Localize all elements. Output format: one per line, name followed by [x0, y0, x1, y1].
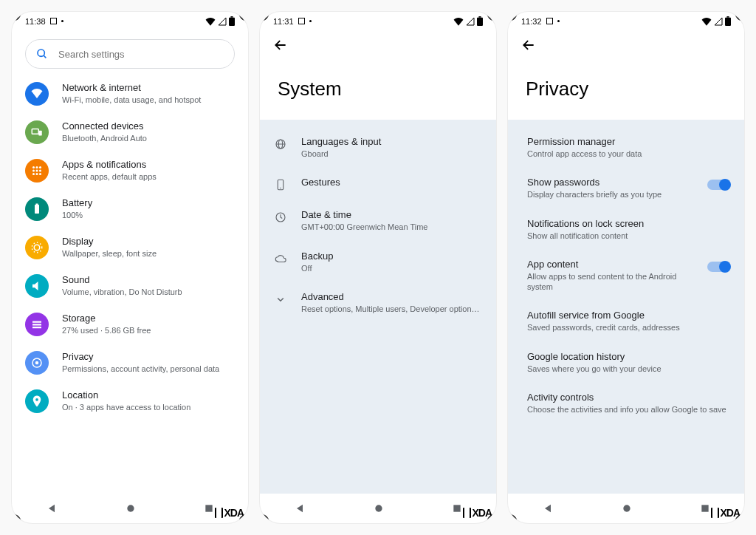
svg-point-7 [36, 166, 38, 168]
row-subtitle: Volume, vibration, Do Not Disturb [62, 287, 182, 297]
privacy-row[interactable]: Google location historySaves where you g… [508, 342, 744, 383]
row-subtitle: GMT+00:00 Greenwich Mean Time [301, 222, 481, 232]
apps-icon [25, 159, 49, 183]
settings-row-devices[interactable]: Connected devicesBluetooth, Android Auto [12, 113, 248, 151]
svg-rect-1 [230, 16, 233, 18]
phone-settings-main: 11:38 Network & internetWi-Fi, mobile, d… [12, 12, 248, 523]
search-settings[interactable] [25, 39, 235, 69]
nav-back-icon[interactable] [46, 502, 58, 514]
nav-recent-icon[interactable] [700, 503, 710, 514]
status-dot-icon [61, 20, 63, 22]
toggle-switch[interactable] [707, 180, 729, 190]
row-subtitle: 27% used · 5.86 GB free [62, 325, 151, 335]
svg-rect-38 [725, 18, 731, 26]
search-input[interactable] [57, 48, 224, 61]
signal-status-icon [714, 17, 723, 26]
svg-point-23 [35, 361, 39, 365]
search-icon [36, 48, 48, 60]
settings-row-location[interactable]: LocationOn · 3 apps have access to locat… [12, 382, 248, 420]
row-subtitle: Off [301, 263, 481, 273]
row-title: Battery [62, 197, 92, 209]
row-title: Sound [62, 274, 182, 286]
nav-home-icon[interactable] [621, 502, 633, 514]
location-icon [25, 389, 49, 413]
svg-point-25 [127, 505, 134, 511]
settings-row-privacy[interactable]: PrivacyPermissions, account activity, pe… [12, 344, 248, 382]
row-subtitle: Show all notification content [527, 231, 729, 241]
battery-status-icon [477, 16, 483, 26]
page-title: Privacy [508, 52, 744, 120]
settings-row-sound[interactable]: SoundVolume, vibration, Do Not Disturb [12, 267, 248, 305]
status-time: 11:31 [273, 17, 294, 26]
svg-point-13 [36, 173, 38, 175]
globe-icon [273, 137, 288, 151]
privacy-row[interactable]: Permission managerControl app access to … [508, 127, 744, 168]
status-icons [453, 16, 483, 26]
system-row-globe[interactable]: Languages & inputGboard [260, 127, 496, 168]
battery-icon [25, 197, 49, 221]
settings-row-battery[interactable]: Battery100% [12, 190, 248, 228]
settings-row-apps[interactable]: Apps & notificationsRecent apps, default… [12, 151, 248, 190]
back-button[interactable] [508, 27, 744, 52]
row-subtitle: Wallpaper, sleep, font size [62, 248, 157, 259]
gesture-icon [273, 178, 288, 191]
row-title: Location [62, 389, 190, 401]
row-title: Gestures [301, 177, 481, 188]
svg-rect-42 [702, 505, 709, 511]
svg-point-2 [38, 50, 44, 56]
status-bar: 11:32 [508, 12, 744, 27]
privacy-row[interactable]: Notifications on lock screenShow all not… [508, 209, 744, 250]
system-row-clock[interactable]: Date & timeGMT+00:00 Greenwich Mean Time [260, 200, 496, 241]
svg-point-12 [32, 173, 35, 175]
xda-watermark: XDA [711, 507, 740, 519]
nav-recent-icon[interactable] [204, 503, 214, 514]
svg-point-24 [35, 398, 38, 401]
settings-row-wifi[interactable]: Network & internetWi-Fi, mobile, data us… [12, 75, 248, 113]
privacy-row[interactable]: Activity controlsChoose the activities a… [508, 383, 744, 423]
nav-back-icon[interactable] [294, 502, 306, 514]
svg-rect-20 [32, 324, 41, 325]
privacy-row[interactable]: Show passwordsDisplay characters briefly… [508, 168, 744, 208]
nav-bar: XDA [12, 494, 248, 523]
status-icons [205, 16, 235, 26]
svg-rect-16 [36, 204, 38, 205]
signal-status-icon [466, 17, 475, 26]
row-subtitle: Bluetooth, Android Auto [62, 133, 147, 143]
wifi-status-icon [701, 17, 712, 26]
privacy-row[interactable]: Autofill service from GoogleSaved passwo… [508, 301, 744, 341]
svg-rect-39 [726, 16, 729, 18]
svg-rect-19 [32, 321, 41, 323]
chevron-icon [273, 293, 288, 306]
clock-icon [273, 211, 288, 224]
nav-recent-icon[interactable] [452, 503, 462, 514]
svg-point-14 [39, 173, 41, 175]
privacy-list: Permission managerControl app access to … [508, 120, 744, 494]
toggle-switch[interactable] [707, 262, 729, 272]
nav-back-icon[interactable] [542, 502, 554, 514]
privacy-row[interactable]: App contentAllow apps to send content to… [508, 250, 744, 301]
svg-line-3 [44, 55, 46, 58]
phone-system: 11:31 System Languages & inputGboardGest… [260, 12, 496, 523]
row-title: Permission manager [527, 136, 729, 147]
back-button[interactable] [260, 27, 496, 52]
system-row-chevron[interactable]: AdvancedReset options, Multiple users, D… [260, 282, 496, 323]
battery-status-icon [725, 16, 731, 26]
storage-icon [25, 313, 49, 336]
row-subtitle: Choose the activities and info you allow… [527, 404, 729, 415]
devices-icon [25, 120, 49, 144]
nav-home-icon[interactable] [373, 502, 385, 514]
svg-rect-26 [206, 505, 213, 511]
settings-row-storage[interactable]: Storage27% used · 5.86 GB free [12, 305, 248, 344]
nav-home-icon[interactable] [125, 502, 137, 514]
settings-row-display[interactable]: DisplayWallpaper, sleep, font size [12, 228, 248, 267]
row-subtitle: Wi-Fi, mobile, data usage, and hotspot [62, 95, 201, 105]
battery-status-icon [229, 16, 235, 26]
svg-point-11 [39, 170, 41, 172]
xda-watermark: XDA [463, 507, 492, 519]
row-subtitle: Display characters briefly as you type [527, 189, 694, 200]
system-row-cloud[interactable]: BackupOff [260, 242, 496, 282]
status-notification-icon [50, 18, 57, 24]
row-subtitle: 100% [62, 210, 92, 220]
system-row-gesture[interactable]: Gestures [260, 168, 496, 200]
svg-rect-27 [477, 18, 483, 26]
